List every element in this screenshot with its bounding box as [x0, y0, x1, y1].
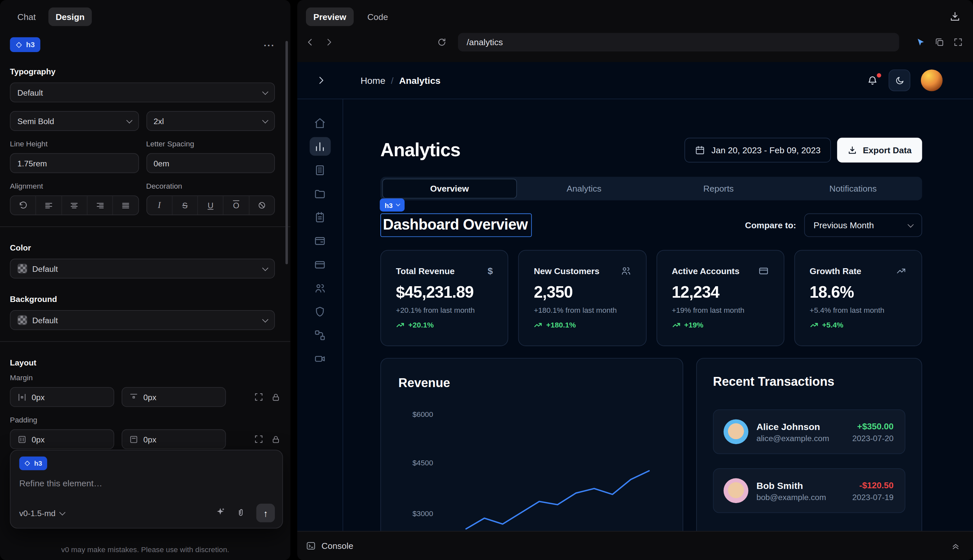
sidebar-item-cards[interactable] — [309, 255, 330, 273]
clear-formatting-button[interactable] — [249, 196, 274, 215]
letter-spacing-label: Letter Spacing — [146, 140, 275, 148]
margin-lock-button[interactable] — [271, 392, 280, 402]
line-height-input[interactable]: 1.75rem — [10, 153, 139, 173]
color-select[interactable]: Default — [10, 259, 275, 279]
margin-row: 0px 0px — [0, 387, 290, 407]
sidebar-item-notes[interactable] — [309, 208, 330, 227]
sidebar-collapse-button[interactable] — [316, 75, 326, 85]
console-label: Console — [321, 541, 353, 551]
font-weight-select[interactable]: Semi Bold — [10, 111, 139, 131]
tab-chat[interactable]: Chat — [10, 8, 43, 26]
sidebar-item-workflows[interactable] — [309, 325, 330, 344]
padding-row: 0px 0px — [0, 429, 290, 449]
padding-x-input[interactable]: 0px — [10, 429, 114, 449]
element-chip-label: h3 — [26, 40, 35, 49]
align-left-button[interactable] — [36, 196, 62, 215]
padding-y-input[interactable]: 0px — [122, 429, 226, 449]
tab-code[interactable]: Code — [360, 8, 396, 26]
compare-label: Compare to: — [745, 220, 796, 230]
margin-x-input[interactable]: 0px — [10, 387, 114, 407]
background-select[interactable]: Default — [10, 310, 275, 330]
avatar[interactable] — [921, 70, 943, 91]
padding-expand-button[interactable] — [254, 434, 264, 444]
sidebar-item-billing[interactable] — [309, 232, 330, 250]
align-center-button[interactable] — [62, 196, 87, 215]
letter-spacing-input[interactable]: 0em — [146, 153, 275, 173]
tab-reports[interactable]: Reports — [651, 179, 786, 199]
transaction-amount: -$120.50 — [853, 480, 894, 490]
enhance-prompt-button[interactable] — [215, 507, 225, 519]
trending-up-icon — [896, 266, 906, 276]
back-button[interactable] — [305, 37, 315, 47]
selected-element-outline[interactable]: h3 Dashboard Overview — [381, 213, 532, 237]
diamond-icon — [15, 41, 22, 48]
select-element-tool[interactable] — [915, 37, 926, 47]
expand-console-button[interactable] — [951, 541, 961, 551]
date-range-picker[interactable]: Jan 20, 2023 - Feb 09, 2023 — [684, 138, 831, 162]
font-family-select[interactable]: Default — [10, 83, 275, 103]
shield-icon — [314, 305, 325, 317]
console-bar[interactable]: Console — [297, 531, 973, 560]
sidebar-item-users[interactable] — [309, 278, 330, 297]
chevron-right-icon — [324, 37, 334, 47]
transaction-row[interactable]: Alice Johnson alice@example.com +$350.00… — [713, 409, 905, 454]
stat-subtext: +180.1% from last month — [534, 306, 631, 315]
margin-expand-button[interactable] — [254, 392, 264, 402]
stat-value: 18.6% — [809, 283, 906, 302]
sidebar-item-projects[interactable] — [309, 184, 330, 203]
underline-button[interactable]: U — [198, 196, 224, 215]
chevron-left-icon — [305, 37, 315, 47]
refresh-button[interactable] — [437, 37, 447, 47]
tab-preview[interactable]: Preview — [306, 8, 354, 26]
export-data-button[interactable]: Export Data — [837, 138, 922, 162]
margin-y-input[interactable]: 0px — [122, 387, 226, 407]
tab-design[interactable]: Design — [48, 8, 92, 26]
alignment-group — [10, 195, 139, 215]
notifications-button[interactable] — [867, 75, 878, 86]
sidebar-item-analytics[interactable] — [309, 137, 330, 156]
align-right-button[interactable] — [87, 196, 113, 215]
transaction-row[interactable]: Bob Smith bob@example.com -$120.50 2023-… — [713, 468, 905, 513]
attach-file-button[interactable] — [236, 508, 246, 518]
revenue-line-chart — [381, 358, 683, 531]
tab-overview[interactable]: Overview — [382, 179, 517, 199]
breadcrumb: Home / Analytics — [360, 75, 440, 85]
download-button[interactable] — [950, 11, 961, 22]
stat-subtext: +19% from last month — [672, 306, 769, 315]
theme-toggle-button[interactable] — [888, 70, 910, 91]
compare-select[interactable]: Previous Month — [804, 213, 922, 237]
italic-button[interactable]: I — [147, 196, 172, 215]
strikethrough-button[interactable]: S — [172, 196, 198, 215]
align-justify-button[interactable] — [113, 196, 138, 215]
background-section-label: Background — [0, 295, 290, 304]
composer-input[interactable]: Refine this element… — [19, 478, 274, 488]
users-icon — [314, 282, 325, 294]
tab-analytics[interactable]: Analytics — [517, 179, 651, 199]
forward-button[interactable] — [324, 37, 428, 47]
element-tag-chip[interactable]: h3 — [380, 198, 404, 212]
sidebar-item-security[interactable] — [309, 302, 330, 321]
sidebar-item-media[interactable] — [309, 349, 330, 368]
padding-lock-button[interactable] — [271, 435, 280, 444]
copy-page-button[interactable] — [935, 37, 945, 47]
breadcrumb-home[interactable]: Home — [360, 75, 385, 85]
sidebar-item-home[interactable] — [309, 113, 330, 132]
overline-button[interactable]: O — [224, 196, 249, 215]
scrollbar[interactable] — [285, 41, 288, 264]
selected-element-chip[interactable]: h3 — [10, 37, 40, 52]
model-select[interactable]: v0-1.5-md — [19, 508, 64, 517]
app-window: Chat Design h3 ··· Typography Default Se… — [0, 0, 973, 560]
composer-element-chip[interactable]: h3 — [19, 457, 47, 470]
undo-icon — [18, 201, 28, 210]
fullscreen-button[interactable] — [953, 37, 963, 47]
alignment-label: Alignment — [10, 182, 139, 191]
font-size-select[interactable]: 2xl — [146, 111, 275, 131]
strikethrough-icon: S — [182, 201, 187, 210]
tab-notifications[interactable]: Notifications — [786, 179, 920, 199]
send-button[interactable]: ↑ — [256, 504, 275, 522]
credit-card-icon — [314, 258, 325, 270]
more-options-button[interactable]: ··· — [264, 39, 275, 50]
undo-button[interactable] — [10, 196, 36, 215]
sidebar-item-organization[interactable] — [309, 161, 330, 180]
url-bar[interactable]: /analytics — [458, 33, 899, 52]
